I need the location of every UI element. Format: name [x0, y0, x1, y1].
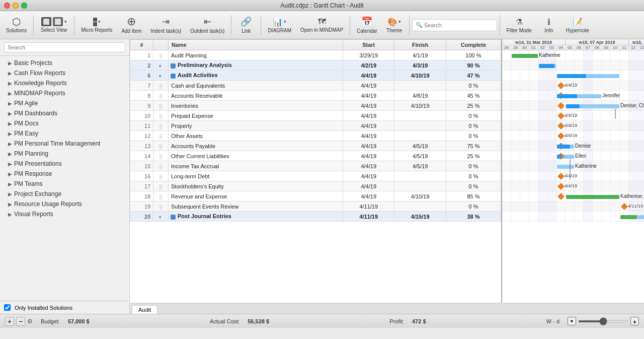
outdent-button[interactable]: ⇤ Outdent task(s)	[186, 13, 228, 37]
table-row[interactable]: 12⣿Other Assets4/4/190 %	[130, 131, 501, 141]
table-row[interactable]: 11⣿Property4/4/190 %	[130, 121, 501, 131]
table-row[interactable]: 7⣿Cash and Equivalents4/4/190 %	[130, 81, 501, 91]
drag-handle[interactable]: ⣿	[153, 91, 169, 101]
table-row[interactable]: 9⣿Inventories4/4/194/10/1925 %	[130, 101, 501, 111]
drag-handle[interactable]: ▼	[153, 60, 169, 71]
solutions-label: Solutions	[6, 28, 27, 33]
drag-handle[interactable]: ▼	[153, 212, 169, 222]
window-controls[interactable]	[4, 3, 27, 9]
solutions-button[interactable]: ⬡ Solutions	[2, 13, 31, 37]
sidebar-item-project-exchange[interactable]: ▶ Project Exchange	[0, 189, 129, 199]
select-view-button[interactable]: ▾ Select View	[36, 13, 71, 37]
drag-handle[interactable]: ⣿	[153, 131, 169, 141]
filter-mode-button[interactable]: ⚗ Filter Mode	[503, 13, 536, 37]
sidebar-item-pm-teams[interactable]: ▶ PM Teams	[0, 179, 129, 189]
task-name: Income Tax Accrual	[169, 161, 343, 171]
table-row[interactable]: 6▼Audit Activities4/4/194/10/1947 %	[130, 71, 501, 81]
drag-handle[interactable]: ⣿	[153, 50, 169, 60]
table-row[interactable]: 16⣿Long-term Debt4/4/190 %	[130, 171, 501, 181]
drag-handle[interactable]: ⣿	[153, 161, 169, 171]
add-row-button[interactable]: +	[5, 317, 14, 326]
diagram-button[interactable]: 📊 ▾ DIAGRAM	[264, 13, 295, 37]
add-remove-buttons: + − ⚙	[5, 317, 33, 326]
only-installed-label[interactable]: Only Installed Solutions	[15, 305, 72, 311]
maximize-button[interactable]	[21, 3, 27, 9]
sidebar-search-input[interactable]	[4, 42, 125, 52]
sidebar-item-pm-easy[interactable]: ▶ PM Easy	[0, 128, 129, 139]
sidebar-item-label: PM Docs	[14, 120, 39, 127]
sidebar-item-pm-personal[interactable]: ▶ PM Personal Time Management	[0, 139, 129, 149]
sidebar-item-mindmap-reports[interactable]: ▶ MINDMAP Reports	[0, 88, 129, 98]
open-mindmap-button[interactable]: 🗺 Open in MINDMAP	[296, 13, 347, 37]
drag-handle[interactable]: ⣿	[153, 201, 169, 212]
table-row[interactable]: 8⣿Accounts Receivable4/4/194/8/1945 %	[130, 91, 501, 101]
col-header-complete: Complete	[446, 40, 501, 50]
sidebar-item-pm-docs[interactable]: ▶ PM Docs	[0, 118, 129, 128]
sidebar-item-cash-flow-reports[interactable]: ▶ Cash Flow Reports	[0, 68, 129, 78]
table-row[interactable]: 19⣿Subsequent Events Review4/11/190 %	[130, 201, 501, 212]
drag-handle[interactable]: ⣿	[153, 141, 169, 151]
table-row[interactable]: 14⣿Other Current Liabilities4/4/194/5/19…	[130, 151, 501, 161]
sidebar-item-knowledge-reports[interactable]: ▶ Knowledge Reports	[0, 78, 129, 88]
add-item-button[interactable]: ⊕ Add Item	[117, 13, 145, 37]
hypernote-button[interactable]: 📝 Hypernote	[562, 13, 593, 37]
drag-handle[interactable]: ▼	[153, 71, 169, 81]
table-row[interactable]: 1⣿Audit Planning3/29/194/1/19100 %	[130, 50, 501, 60]
gantt-row: 4/4/19	[502, 121, 644, 131]
sidebar: ▶ Basic Projects ▶ Cash Flow Reports ▶ K…	[0, 39, 130, 314]
table-row[interactable]: 10⣿Prepaid Expense4/4/190 %	[130, 111, 501, 121]
gantt-chart[interactable]: w14, 31 Mar 2019w15, 07 Apr 2019w16, 14 …	[502, 39, 644, 303]
col-header-finish: Finish	[394, 40, 446, 50]
budget-label: Budget:	[41, 318, 60, 324]
close-button[interactable]	[4, 3, 10, 9]
minimize-button[interactable]	[13, 3, 19, 9]
drag-handle[interactable]: ⣿	[153, 101, 169, 111]
diagram-label: DIAGRAM	[268, 28, 291, 33]
drag-handle[interactable]: ⣿	[153, 181, 169, 191]
sidebar-item-basic-projects[interactable]: ▶ Basic Projects	[0, 58, 129, 68]
link-button[interactable]: 🔗 Link	[234, 13, 258, 37]
sidebar-item-pm-presentations[interactable]: ▶ PM Presentations	[0, 159, 129, 169]
drag-handle[interactable]: ⣿	[153, 81, 169, 91]
search-input[interactable]	[424, 22, 494, 28]
sidebar-item-pm-dashboards[interactable]: ▶ PM Dashboards	[0, 108, 129, 118]
gantt-bar-bg	[557, 165, 574, 169]
table-row[interactable]: 18⣿Revenue and Expense4/4/194/10/1985 %	[130, 191, 501, 201]
sidebar-item-visual-reports[interactable]: ▶ Visual Reports	[0, 209, 129, 219]
search-box[interactable]: 🔍	[412, 19, 497, 31]
task-name: Accounts Payable	[169, 141, 343, 151]
drag-handle[interactable]: ⣿	[153, 151, 169, 161]
drag-handle[interactable]: ⣿	[153, 121, 169, 131]
tab-audit[interactable]: Audit	[132, 305, 157, 314]
toolbar: ⬡ Solutions ▾ Select View ▾ Micro Report…	[0, 11, 644, 39]
table-row[interactable]: 15⣿Income Tax Accrual4/4/194/5/190 %	[130, 161, 501, 171]
table-row[interactable]: 20▼Post Journal Entries4/11/194/15/1938 …	[130, 212, 501, 222]
sidebar-item-resource-usage-reports[interactable]: ▶ Resource Usage Reports	[0, 199, 129, 209]
sidebar-item-pm-agile[interactable]: ▶ PM Agile	[0, 98, 129, 108]
info-button[interactable]: ℹ Info	[537, 13, 561, 37]
table-row[interactable]: 17⣿Stockholders's Equity4/4/190 %	[130, 181, 501, 191]
zoom-out-button[interactable]: ▾	[568, 317, 576, 325]
sidebar-item-pm-planning[interactable]: ▶ PM Planning	[0, 149, 129, 159]
table-row[interactable]: 2▼Preliminary Analysis4/2/194/3/1990 %	[130, 60, 501, 71]
sidebar-item-pm-response[interactable]: ▶ PM Response	[0, 169, 129, 179]
zoom-in-button[interactable]: ▴	[630, 317, 639, 325]
remove-row-button[interactable]: −	[16, 317, 25, 326]
table-row[interactable]: 13⣿Accounts Payable4/4/194/5/1975 %	[130, 141, 501, 151]
sidebar-items-list: ▶ Basic Projects ▶ Cash Flow Reports ▶ K…	[0, 56, 129, 301]
indent-button[interactable]: ⇥ Indent task(s)	[146, 13, 185, 37]
calendar-button[interactable]: 📅 Calendar	[353, 13, 381, 37]
drag-handle[interactable]: ⣿	[153, 191, 169, 201]
micro-reports-button[interactable]: ▾ Micro Reports	[77, 13, 116, 37]
toolbar-separator-7	[500, 15, 500, 35]
drag-handle[interactable]: ⣿	[153, 111, 169, 121]
drag-handle[interactable]: ⣿	[153, 171, 169, 181]
zoom-slider[interactable]	[578, 320, 628, 322]
link-label: Link	[242, 28, 251, 34]
only-installed-checkbox[interactable]	[4, 304, 11, 311]
theme-button[interactable]: 🎨 ▾ Theme	[382, 13, 407, 37]
gantt-row: Katherine	[502, 161, 644, 171]
task-name: Accounts Receivable	[169, 91, 343, 101]
actual-cost-label: Actual Cost:	[210, 318, 239, 324]
task-name: Subsequent Events Review	[169, 201, 343, 212]
